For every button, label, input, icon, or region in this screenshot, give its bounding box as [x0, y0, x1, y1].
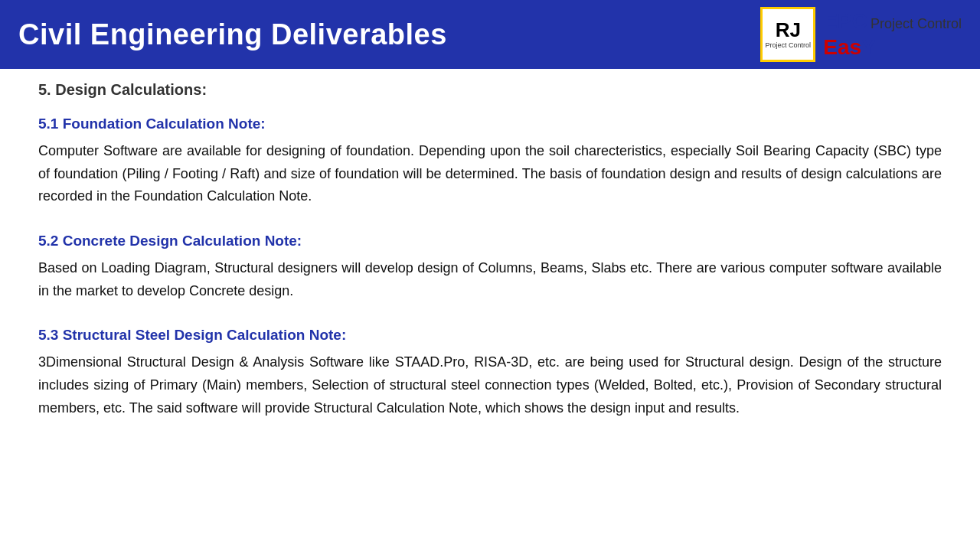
header: Civil Engineering Deliverables RJ Projec…	[0, 0, 980, 69]
easy-y: Y	[861, 34, 876, 60]
section-5-2-body: Based on Loading Diagram, Structural des…	[38, 257, 942, 302]
logo-box: RJ Project Control	[760, 7, 815, 62]
epc-line: EPC Project Control	[823, 8, 962, 34]
section-5-1-heading: 5.1 Foundation Calculation Note:	[38, 116, 942, 132]
section-5-3: 5.3 Structural Steel Design Calculation …	[38, 327, 942, 419]
section-5-1: 5.1 Foundation Calculation Note: Compute…	[38, 116, 942, 208]
logo-text: EPC Project Control Eas Y	[823, 8, 962, 60]
content-area: 5. Design Calculations: 5.1 Foundation C…	[0, 69, 980, 452]
easy-line: Eas Y	[823, 34, 962, 60]
section-5-1-body: Computer Software are available for desi…	[38, 140, 942, 208]
logo-area: RJ Project Control EPC Project Control E…	[760, 7, 962, 62]
page-title: Civil Engineering Deliverables	[18, 18, 447, 51]
section-5-2: 5.2 Concrete Design Calculation Note: Ba…	[38, 233, 942, 302]
section-5-3-heading: 5.3 Structural Steel Design Calculation …	[38, 327, 942, 344]
epc-label: EPC	[823, 8, 867, 34]
logo-rj: RJ	[776, 20, 801, 40]
easy-eas: Eas	[823, 34, 861, 60]
section-5-2-heading: 5.2 Concrete Design Calculation Note:	[38, 233, 942, 249]
main-section-heading: 5. Design Calculations:	[38, 81, 942, 99]
logo-sub: Project Control	[766, 41, 812, 49]
project-control-label: Project Control	[871, 16, 962, 33]
main-section: 5. Design Calculations:	[38, 81, 942, 99]
section-5-3-body: 3Dimensional Structural Design & Analysi…	[38, 351, 942, 419]
